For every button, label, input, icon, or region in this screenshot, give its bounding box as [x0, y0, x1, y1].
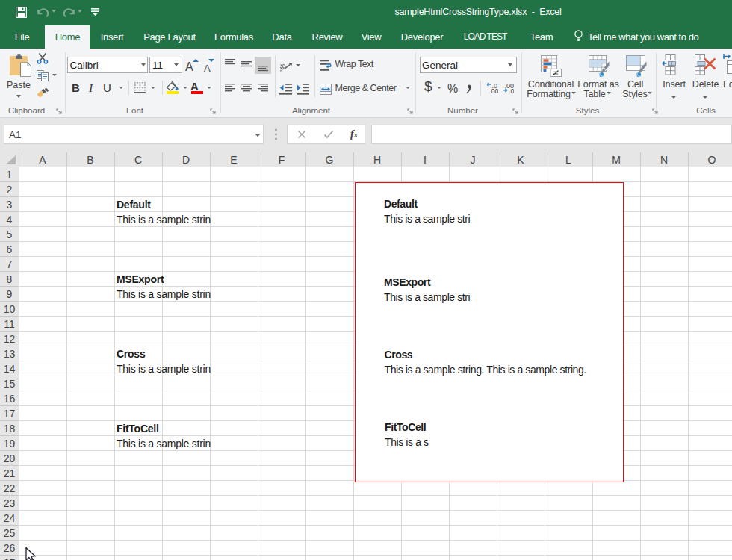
svg-text:ab: ab	[280, 61, 288, 72]
svg-text:.0: .0	[509, 87, 514, 93]
svg-text:.00: .00	[489, 87, 498, 93]
